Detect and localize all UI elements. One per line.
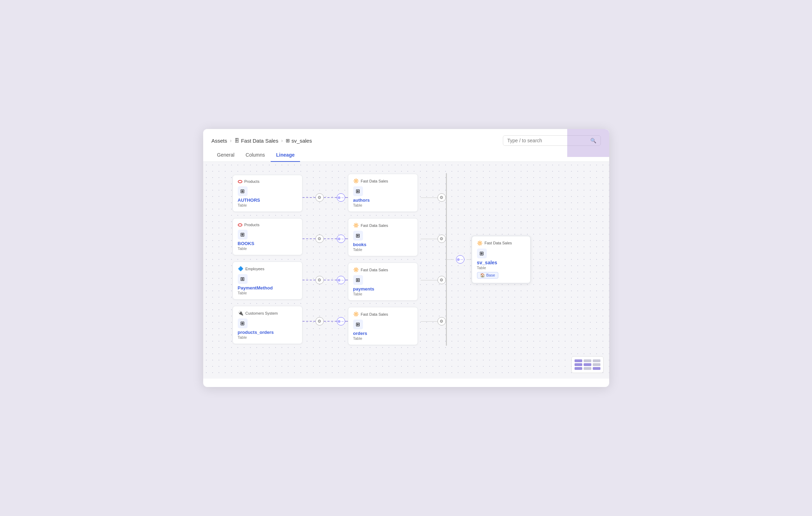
- node-orders-dest[interactable]: 🔆 Fast Data Sales ⊞ orders Table: [348, 307, 418, 345]
- mini-map[interactable]: [571, 356, 604, 373]
- mini-rect-3: [575, 367, 582, 370]
- mini-rect-9: [593, 367, 600, 370]
- mini-map-col-3: [593, 359, 600, 370]
- table-icon-authors: ⊞: [238, 186, 248, 196]
- table-icon: ⊞: [286, 138, 290, 143]
- arrow-icon-1[interactable]: ⊕→: [337, 193, 345, 202]
- node-header-customers: 🔌 Customers System: [238, 310, 297, 316]
- authors-type: Table: [238, 203, 297, 207]
- fds-icon-3: 🔆: [353, 267, 359, 272]
- node-header-employees: 🔷 Employees: [238, 266, 297, 271]
- arrow-icon-3[interactable]: ⊕→: [337, 276, 345, 284]
- node-orders-source[interactable]: 🔌 Customers System ⊞ products_orders Tab…: [233, 306, 302, 344]
- books-type: Table: [238, 246, 297, 251]
- node-header-products-2: Products: [238, 223, 297, 227]
- gear-icon-1[interactable]: ⚙: [315, 193, 324, 202]
- dashed-1a: [302, 197, 315, 198]
- table-icon-payment: ⊞: [238, 274, 248, 284]
- employees-icon: 🔷: [238, 266, 243, 271]
- dashed-2c: [345, 238, 348, 239]
- gear-right-4[interactable]: ⚙: [437, 317, 446, 325]
- breadcrumb-sv-sales[interactable]: ⊞ sv_sales: [286, 138, 312, 144]
- lineage-canvas: Products ⊞ AUTHORS Table Products ⊞ BOOK…: [203, 162, 609, 379]
- tab-lineage[interactable]: Lineage: [271, 149, 300, 162]
- product-orders-title[interactable]: products_orders: [238, 330, 297, 335]
- gear-icon-2[interactable]: ⚙: [315, 235, 324, 243]
- deco-top-right: [567, 129, 609, 157]
- node-books-dest[interactable]: 🔆 Fast Data Sales ⊞ books Table: [348, 218, 418, 256]
- table-icon-books: ⊞: [238, 230, 248, 239]
- orders-dest-title[interactable]: orders: [353, 331, 413, 336]
- node-authors-dest[interactable]: 🔆 Fast Data Sales ⊞ authors Table: [348, 174, 418, 212]
- breadcrumb-fast-data-sales[interactable]: 🗄 Fast Data Sales: [234, 138, 278, 144]
- header: Assets › 🗄 Fast Data Sales › ⊞ sv_sales …: [203, 129, 609, 146]
- dashed-4c: [345, 321, 348, 322]
- gear-icon-4[interactable]: ⚙: [315, 317, 324, 325]
- right-line-2: [421, 239, 437, 239]
- sv-sales-type: Table: [477, 266, 525, 270]
- node-books-source[interactable]: Products ⊞ BOOKS Table: [233, 218, 302, 255]
- node-sv-sales[interactable]: 🔆 Fast Data Sales ⊞ sv_sales Table 🏠 Bas…: [471, 236, 531, 284]
- pipe-row-3: ⚙ ⊕→: [302, 263, 348, 298]
- paymentmethod-title[interactable]: PaymentMethod: [238, 285, 297, 291]
- sv-sales-title[interactable]: sv_sales: [477, 260, 525, 265]
- mini-rect-5: [584, 363, 591, 366]
- breadcrumb-assets[interactable]: Assets: [212, 138, 227, 144]
- authors-title[interactable]: AUTHORS: [238, 198, 297, 203]
- books-dest-title[interactable]: books: [353, 242, 413, 247]
- right-row-4: ⚙: [421, 304, 446, 339]
- node-header-products-1: Products: [238, 179, 297, 184]
- dashed-4a: [302, 321, 315, 322]
- breadcrumb-sep-2: ›: [281, 138, 283, 143]
- node-authors-source[interactable]: Products ⊞ AUTHORS Table: [233, 175, 302, 212]
- product-orders-type: Table: [238, 335, 297, 339]
- final-arrow-icon[interactable]: ⊕→: [456, 255, 464, 264]
- tab-general[interactable]: General: [212, 149, 240, 162]
- arrow-icon-4[interactable]: ⊕→: [337, 317, 345, 325]
- dashed-1b: [324, 197, 337, 198]
- node-header-fds-1: 🔆 Fast Data Sales: [353, 178, 413, 184]
- fds-icon-2: 🔆: [353, 223, 359, 228]
- dashed-2a: [302, 238, 315, 239]
- tab-columns[interactable]: Columns: [240, 149, 270, 162]
- right-lines-col: ⚙ ⚙ ⚙ ⚙: [418, 180, 446, 339]
- fds-icon-1: 🔆: [353, 178, 359, 184]
- base-badge: 🏠 Base: [477, 272, 498, 279]
- breadcrumb-sep-1: ›: [230, 138, 232, 143]
- pipe-row-2: ⚙ ⊕→: [302, 221, 348, 256]
- books-dest-type: Table: [353, 248, 413, 252]
- products-icon-2: [238, 223, 242, 227]
- mini-rect-8: [593, 363, 600, 366]
- dashed-3a: [302, 280, 315, 280]
- table-icon-orders: ⊞: [238, 318, 248, 328]
- mini-map-col-1: [575, 359, 582, 370]
- books-title[interactable]: BOOKS: [238, 241, 297, 246]
- base-icon: 🏠: [480, 273, 485, 278]
- main-window: Assets › 🗄 Fast Data Sales › ⊞ sv_sales …: [203, 129, 609, 387]
- dest-column: 🔆 Fast Data Sales ⊞ authors Table 🔆 Fast…: [348, 174, 418, 345]
- gear-icon-3[interactable]: ⚙: [315, 276, 324, 284]
- fds-final-icon: 🔆: [477, 241, 483, 246]
- final-connector: ⊕→: [447, 255, 470, 264]
- gear-right-3[interactable]: ⚙: [437, 276, 446, 284]
- mini-rect-1: [575, 359, 582, 362]
- gear-right-1[interactable]: ⚙: [437, 193, 446, 202]
- authors-dest-title[interactable]: authors: [353, 198, 413, 203]
- final-line-2: [466, 259, 470, 260]
- mini-rect-4: [584, 359, 591, 362]
- mini-map-col-2: [584, 359, 591, 370]
- node-payments-dest[interactable]: 🔆 Fast Data Sales ⊞ payments Table: [348, 263, 418, 301]
- final-line-1: [447, 259, 454, 260]
- node-header-fds-final: 🔆 Fast Data Sales: [477, 241, 525, 246]
- dashed-4b: [324, 321, 337, 322]
- arrow-icon-2[interactable]: ⊕→: [337, 235, 345, 243]
- dashed-3c: [345, 280, 348, 280]
- payments-dest-title[interactable]: payments: [353, 286, 413, 292]
- gear-right-2[interactable]: ⚙: [437, 235, 446, 243]
- node-header-fds-2: 🔆 Fast Data Sales: [353, 223, 413, 228]
- node-paymentmethod-source[interactable]: 🔷 Employees ⊞ PaymentMethod Table: [233, 261, 302, 300]
- authors-dest-type: Table: [353, 203, 413, 207]
- pipe-row-1: ⚙ ⊕→: [302, 180, 348, 215]
- pipe-row-4: ⚙ ⊕→: [302, 304, 348, 339]
- db-icon: 🗄: [234, 138, 239, 143]
